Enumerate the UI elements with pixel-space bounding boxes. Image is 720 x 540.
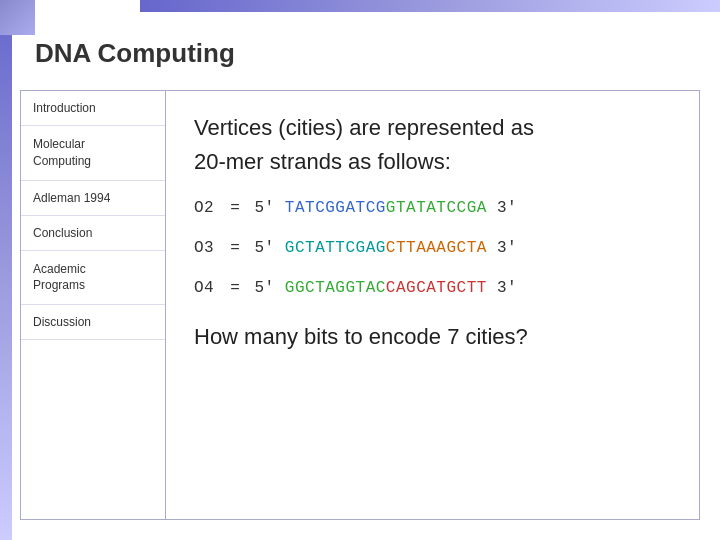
o2-seq-part1: TATCGGATCG [285, 196, 386, 220]
o3-prime3: 3′ [487, 236, 517, 260]
o2-seq-part2: GTATATCCGA [386, 196, 487, 220]
top-accent-bar [140, 0, 720, 12]
o4-prime5: 5′ [255, 276, 285, 300]
bottom-question: How many bits to encode 7 cities? [194, 324, 671, 350]
heading-line1: Vertices (cities) are represented as [194, 113, 671, 143]
content-area: Vertices (cities) are represented as 20-… [165, 90, 700, 520]
heading-line2: 20-mer strands as follows: [194, 147, 671, 177]
sidebar-item-conclusion[interactable]: Conclusion [21, 216, 165, 251]
o3-seq-part2: CTTAAAGCTA [386, 236, 487, 260]
o3-prime5: 5′ [255, 236, 285, 260]
o2-equals: = [220, 196, 250, 220]
sidebar-item-discussion[interactable]: Discussion [21, 305, 165, 340]
o3-label: O3 [194, 236, 214, 260]
code-line-o2: O2 = 5′ TATCGGATCGGTATATCCGA 3′ [194, 196, 671, 220]
sidebar-item-molecular-computing[interactable]: MolecularComputing [21, 126, 165, 181]
main-layout: Introduction MolecularComputing Adleman … [20, 90, 700, 520]
sidebar-item-adleman-1994[interactable]: Adleman 1994 [21, 181, 165, 216]
content-heading: Vertices (cities) are represented as 20-… [194, 113, 671, 180]
o3-equals: = [220, 236, 250, 260]
o4-equals: = [220, 276, 250, 300]
sidebar-item-academic-programs[interactable]: AcademicPrograms [21, 251, 165, 306]
o2-prime5: 5′ [255, 196, 285, 220]
o2-prime3: 3′ [487, 196, 517, 220]
code-line-o4: O4 = 5′ GGCTAGGTACCAGCATGCTT 3′ [194, 276, 671, 300]
sidebar-item-introduction[interactable]: Introduction [21, 91, 165, 126]
o4-label: O4 [194, 276, 214, 300]
o4-seq-part2: CAGCATGCTT [386, 276, 487, 300]
page: DNA Computing Introduction MolecularComp… [0, 0, 720, 540]
o2-label: O2 [194, 196, 214, 220]
corner-accent [0, 0, 35, 35]
left-accent-bar [0, 0, 12, 540]
o4-prime3: 3′ [487, 276, 517, 300]
page-title: DNA Computing [35, 38, 235, 69]
o3-seq-part1: GCTATTCGAG [285, 236, 386, 260]
o4-seq-part1: GGCTAGGTAC [285, 276, 386, 300]
code-line-o3: O3 = 5′ GCTATTCGAGCTTAAAGCTA 3′ [194, 236, 671, 260]
sidebar: Introduction MolecularComputing Adleman … [20, 90, 165, 520]
